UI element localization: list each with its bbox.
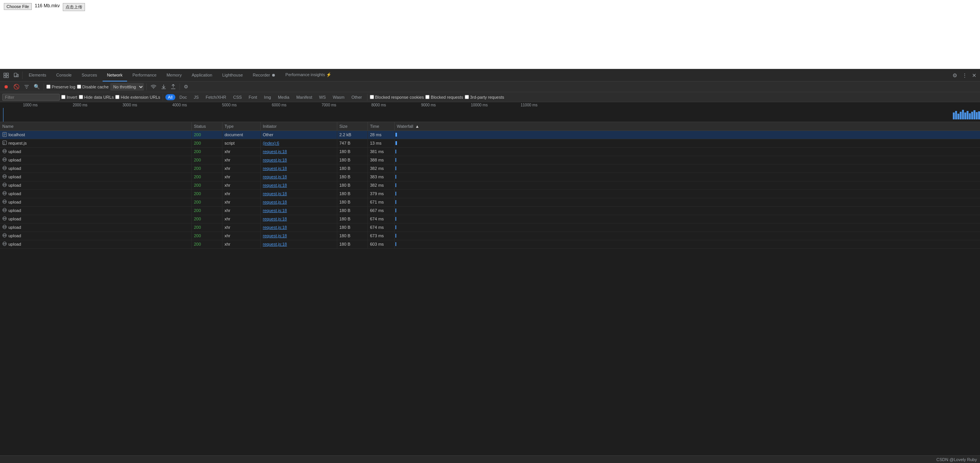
filter-doc-button[interactable]: Doc <box>177 94 190 100</box>
filter-icon[interactable] <box>23 83 31 90</box>
tab-performance[interactable]: Performance <box>128 69 161 82</box>
col-header-name[interactable]: Name <box>0 122 191 130</box>
filter-manifest-button[interactable]: Manifest <box>294 94 315 100</box>
initiator-link[interactable]: request.js:18 <box>263 200 287 204</box>
filter-font-button[interactable]: Font <box>246 94 260 100</box>
tab-performance-insights[interactable]: Performance insights ⚡ <box>281 69 336 82</box>
close-devtools-icon[interactable]: ✕ <box>970 71 978 80</box>
tab-network[interactable]: Network <box>103 69 127 82</box>
cell-initiator[interactable]: (index):6 <box>260 139 337 147</box>
tab-recorder[interactable]: Recorder ⏺ <box>248 69 280 82</box>
table-row[interactable]: upload200xhrrequest.js:18180 B673 ms <box>0 232 980 240</box>
network-settings-icon[interactable]: ⚙ <box>182 83 190 91</box>
disable-cache-checkbox[interactable] <box>77 85 81 89</box>
clear-button[interactable]: 🚫 <box>12 83 21 91</box>
third-party-checkbox[interactable] <box>465 95 469 99</box>
export-icon[interactable] <box>169 83 177 90</box>
col-header-initiator[interactable]: Initiator <box>260 122 337 130</box>
disable-cache-label[interactable]: Disable cache <box>77 85 109 89</box>
filter-ws-button[interactable]: WS <box>316 94 328 100</box>
network-conditions-icon[interactable] <box>149 83 158 90</box>
throttle-select[interactable]: No throttlingFast 3GSlow 3GCustom... <box>110 83 144 91</box>
search-icon[interactable]: 🔍 <box>32 83 41 91</box>
network-table[interactable]: Name Status Type Initiator Size <box>0 122 980 455</box>
table-row[interactable]: upload200xhrrequest.js:18180 B671 ms <box>0 198 980 206</box>
cell-initiator[interactable]: request.js:18 <box>260 181 337 189</box>
tab-lighthouse[interactable]: Lighthouse <box>217 69 247 82</box>
initiator-link[interactable]: request.js:18 <box>263 225 287 230</box>
table-row[interactable]: upload200xhrrequest.js:18180 B382 ms <box>0 164 980 173</box>
cell-initiator[interactable]: request.js:18 <box>260 240 337 248</box>
table-row[interactable]: upload200xhrrequest.js:18180 B603 ms <box>0 240 980 248</box>
initiator-link[interactable]: request.js:18 <box>263 174 287 179</box>
cell-initiator[interactable]: request.js:18 <box>260 223 337 232</box>
upload-button[interactable]: 点击上传 <box>63 3 85 11</box>
col-header-waterfall[interactable]: Waterfall ▲ <box>394 122 980 130</box>
blocked-cookies-checkbox[interactable] <box>370 95 374 99</box>
cell-initiator[interactable]: request.js:18 <box>260 164 337 173</box>
table-row[interactable]: upload200xhrrequest.js:18180 B674 ms <box>0 223 980 232</box>
table-row[interactable]: upload200xhrrequest.js:18180 B379 ms <box>0 189 980 198</box>
initiator-link[interactable]: request.js:18 <box>263 149 287 154</box>
hide-data-urls-label[interactable]: Hide data URLs <box>79 95 114 99</box>
table-row[interactable]: upload200xhrrequest.js:18180 B388 ms <box>0 156 980 164</box>
initiator-link[interactable]: (index):6 <box>263 141 279 145</box>
invert-checkbox[interactable] <box>61 95 65 99</box>
blocked-cookies-label[interactable]: Blocked response cookies <box>370 95 424 99</box>
cell-initiator[interactable]: request.js:18 <box>260 232 337 240</box>
tab-application[interactable]: Application <box>187 69 217 82</box>
preserve-log-label[interactable]: Preserve log <box>46 85 75 89</box>
cell-initiator[interactable]: request.js:18 <box>260 189 337 198</box>
hide-ext-urls-checkbox[interactable] <box>115 95 119 99</box>
filter-media-button[interactable]: Media <box>275 94 292 100</box>
inspect-element-icon[interactable] <box>2 71 11 80</box>
timeline[interactable]: 1000 ms 2000 ms 3000 ms 4000 ms 5000 ms … <box>0 102 980 122</box>
record-button[interactable]: ⏺ <box>2 83 10 91</box>
tab-elements[interactable]: Elements <box>24 69 51 82</box>
filter-js-button[interactable]: JS <box>191 94 201 100</box>
hide-ext-urls-label[interactable]: Hide extension URLs <box>115 95 160 99</box>
cell-initiator[interactable]: request.js:18 <box>260 147 337 156</box>
device-toolbar-icon[interactable] <box>11 71 21 80</box>
table-row[interactable]: upload200xhrrequest.js:18180 B667 ms <box>0 206 980 215</box>
table-row[interactable]: upload200xhrrequest.js:18180 B674 ms <box>0 215 980 223</box>
table-row[interactable]: upload200xhrrequest.js:18180 B381 ms <box>0 147 980 156</box>
filter-css-button[interactable]: CSS <box>230 94 245 100</box>
cell-initiator[interactable]: request.js:18 <box>260 215 337 223</box>
col-header-type[interactable]: Type <box>222 122 260 130</box>
filter-fetch-xhr-button[interactable]: Fetch/XHR <box>203 94 229 100</box>
initiator-link[interactable]: request.js:18 <box>263 217 287 221</box>
initiator-link[interactable]: request.js:18 <box>263 233 287 238</box>
initiator-link[interactable]: request.js:18 <box>263 158 287 162</box>
more-options-icon[interactable]: ⋮ <box>960 71 969 80</box>
cell-initiator[interactable]: request.js:18 <box>260 156 337 164</box>
filter-other-button[interactable]: Other <box>349 94 365 100</box>
third-party-label[interactable]: 3rd-party requests <box>465 95 504 99</box>
cell-initiator[interactable]: request.js:18 <box>260 206 337 215</box>
filter-wasm-button[interactable]: Wasm <box>330 94 347 100</box>
settings-icon[interactable]: ⚙ <box>951 71 959 80</box>
filter-all-button[interactable]: All <box>165 94 175 100</box>
table-row[interactable]: upload200xhrrequest.js:18180 B382 ms <box>0 181 980 189</box>
table-row[interactable]: upload200xhrrequest.js:18180 B383 ms <box>0 173 980 181</box>
choose-file-button[interactable]: Choose File <box>4 3 32 10</box>
blocked-requests-label[interactable]: Blocked requests <box>425 95 463 99</box>
initiator-link[interactable]: request.js:18 <box>263 183 287 187</box>
invert-label[interactable]: Invert <box>61 95 77 99</box>
tab-console[interactable]: Console <box>52 69 76 82</box>
preserve-log-checkbox[interactable] <box>46 85 51 89</box>
table-row[interactable]: localhost200documentOther2.2 kB28 ms <box>0 130 980 139</box>
initiator-link[interactable]: request.js:18 <box>263 242 287 246</box>
initiator-link[interactable]: request.js:18 <box>263 208 287 213</box>
tab-sources[interactable]: Sources <box>77 69 101 82</box>
col-header-status[interactable]: Status <box>191 122 222 130</box>
cell-initiator[interactable]: request.js:18 <box>260 173 337 181</box>
hide-data-urls-checkbox[interactable] <box>79 95 83 99</box>
col-header-time[interactable]: Time <box>368 122 394 130</box>
filter-img-button[interactable]: Img <box>261 94 274 100</box>
import-icon[interactable] <box>160 83 168 90</box>
blocked-requests-checkbox[interactable] <box>425 95 430 99</box>
initiator-link[interactable]: request.js:18 <box>263 191 287 196</box>
cell-initiator[interactable]: request.js:18 <box>260 198 337 206</box>
initiator-link[interactable]: request.js:18 <box>263 166 287 171</box>
